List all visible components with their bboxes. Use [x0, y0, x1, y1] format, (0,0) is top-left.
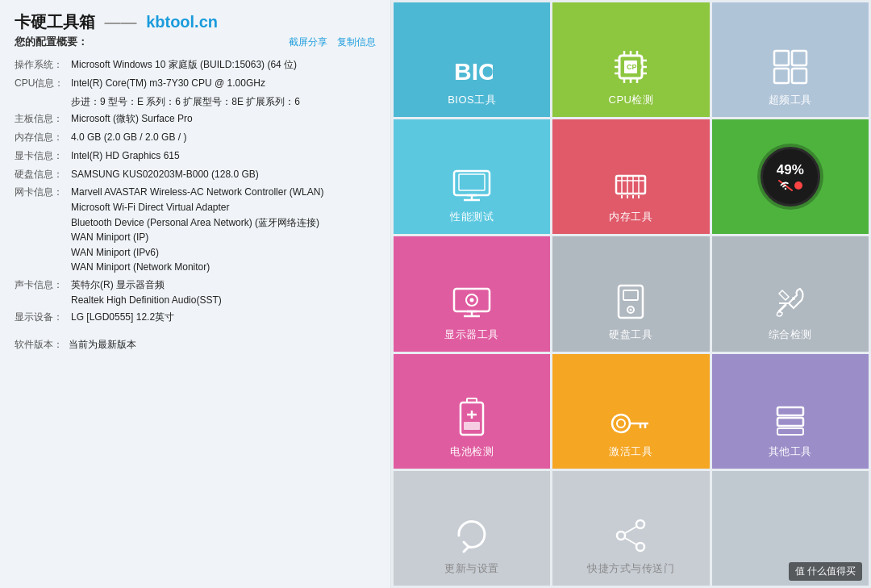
update-label: 更新与设置 [444, 561, 499, 576]
svg-rect-25 [616, 176, 645, 194]
svg-point-53 [617, 419, 625, 427]
refresh-icon [452, 516, 491, 555]
layers-icon [771, 402, 810, 438]
software-version-row: 软件版本： 当前为最新版本 [15, 337, 376, 353]
svg-rect-17 [792, 51, 806, 65]
perf-icon [451, 168, 493, 203]
gpu-label: 显卡信息： [15, 148, 71, 165]
tile-bios[interactable]: BIOS BIOS工具 [394, 2, 550, 117]
copy-info-link[interactable]: 复制信息 [337, 35, 376, 49]
sw-label: 软件版本： [15, 339, 63, 350]
left-panel: 卡硬工具箱 —— kbtool.cn 您的配置概要： 截屏分享 复制信息 操作系… [0, 0, 391, 588]
svg-point-60 [636, 520, 644, 528]
mb-row: 主板信息： Microsoft (微软) Surface Pro [15, 111, 376, 127]
cpu-row: CPU信息： Intel(R) Core(TM) m3-7Y30 CPU @ 1… [15, 76, 376, 92]
svg-rect-57 [777, 407, 803, 415]
battery-label: 电池检测 [450, 444, 494, 459]
gpu-row: 显卡信息： Intel(R) HD Graphics 615 [15, 148, 376, 165]
svg-rect-48 [467, 398, 477, 402]
tile-other[interactable]: 其他工具 [712, 354, 869, 469]
subtitle-row: 您的配置概要： 截屏分享 复制信息 [15, 35, 376, 49]
disk-label: 硬盘信息： [15, 167, 71, 183]
net-row: 网卡信息： Marvell AVASTAR Wireless-AC Networ… [15, 185, 376, 275]
tile-shortcut[interactable]: 快捷方式与传送门 [552, 471, 709, 586]
sound-row: 声卡信息： 英特尔(R) 显示器音频 Realtek High Definiti… [15, 277, 376, 307]
tile-empty: 值 什么值得买 [712, 471, 869, 586]
mb-label: 主板信息： [15, 111, 71, 127]
cpu-usage-badge: 49% [761, 147, 820, 206]
comprehensive-label: 综合检测 [769, 327, 812, 342]
display-value: LG [LGD0555] 12.2英寸 [71, 310, 376, 326]
cpu-usage-text: 49% [777, 163, 804, 178]
tile-overclock[interactable]: 超频工具 [712, 2, 869, 117]
gpu-value: Intel(R) HD Graphics 615 [71, 148, 376, 165]
svg-rect-59 [777, 428, 803, 435]
display-row: 显示设备： LG [LGD0555] 12.2英寸 [15, 310, 376, 326]
net-val-2: Bluetooth Device (Personal Area Network)… [71, 215, 376, 231]
wifi-off-icon [778, 180, 793, 191]
tile-activate[interactable]: 激活工具 [552, 354, 709, 469]
watermark-text: 值 什么值得买 [795, 565, 856, 577]
tile-disk[interactable]: 硬盘工具 [552, 236, 709, 351]
os-label: 操作系统： [15, 57, 71, 73]
perf-label: 性能测试 [450, 210, 494, 224]
disk-icon [614, 282, 648, 321]
key-icon [610, 409, 652, 438]
screenshot-link[interactable]: 截屏分享 [289, 35, 327, 49]
svg-point-52 [612, 415, 630, 432]
cpu-sub: 步进：9 型号：E 系列：6 扩展型号：8E 扩展系列：6 [71, 94, 376, 110]
share-icon [611, 516, 650, 555]
activate-label: 激活工具 [609, 444, 652, 459]
display-label: 显示设备： [15, 310, 71, 326]
watermark-badge: 值 什么值得买 [789, 562, 862, 581]
tile-update[interactable]: 更新与设置 [394, 471, 550, 586]
monitor-icon [451, 286, 493, 321]
sound-val-0: 英特尔(R) 显示器音频 [71, 277, 376, 293]
ram-row: 内存信息： 4.0 GB (2.0 GB / 2.0 GB / ) [15, 130, 376, 146]
tile-perf[interactable]: 性能测试 [394, 119, 550, 234]
tile-monitor[interactable]: 显示器工具 [394, 236, 550, 351]
shortcut-label: 快捷方式与传送门 [587, 561, 674, 576]
svg-rect-58 [777, 418, 803, 426]
cpu-label: CPU检测 [609, 93, 654, 107]
svg-point-40 [470, 298, 474, 302]
svg-point-45 [792, 297, 795, 300]
svg-rect-42 [623, 290, 638, 300]
tile-comprehensive[interactable]: 综合检测 [712, 236, 869, 351]
mb-value: Microsoft (微软) Surface Pro [71, 111, 376, 127]
disk-value: SAMSUNG KUS020203M-B000 (128.0 GB) [71, 167, 376, 183]
tools-icon [771, 282, 810, 321]
overclock-icon [771, 48, 810, 86]
memory-icon [611, 165, 650, 203]
cpu-label: CPU信息： [15, 76, 71, 92]
overclock-label: 超频工具 [769, 93, 812, 107]
sound-val-1: Realtek High Definition Audio(SST) [71, 293, 376, 308]
disk-row: 硬盘信息： SAMSUNG KUS020203M-B000 (128.0 GB) [15, 167, 376, 183]
svg-point-44 [630, 308, 632, 311]
info-table: 操作系统： Microsoft Windows 10 家庭版 (BUILD:15… [15, 57, 376, 577]
tile-cpu[interactable]: CPU CPU检测 [552, 2, 709, 117]
os-value: Microsoft Windows 10 家庭版 (BUILD:15063) (… [71, 57, 376, 73]
sw-value: 当前为最新版本 [69, 339, 136, 350]
action-links: 截屏分享 复制信息 [289, 35, 376, 49]
bios-label: BIOS工具 [448, 93, 496, 107]
battery-icon [456, 396, 488, 438]
tile-gpu-badge[interactable]: 49% [712, 119, 869, 234]
app-title: 卡硬工具箱 —— kbtool.cn [15, 11, 376, 33]
app-name-text: 卡硬工具箱 [15, 13, 95, 31]
ram-label: 内存信息： [15, 130, 71, 146]
svg-text:BIOS: BIOS [454, 58, 493, 85]
monitor-label: 显示器工具 [444, 327, 499, 342]
tile-battery[interactable]: 电池检测 [394, 354, 550, 469]
sound-label: 声卡信息： [15, 277, 71, 307]
tile-memory[interactable]: 内存工具 [552, 119, 709, 234]
svg-rect-18 [774, 69, 789, 83]
svg-rect-21 [459, 174, 485, 190]
cpu-icon: CPU [611, 48, 650, 86]
svg-text:CPU: CPU [627, 63, 642, 71]
ram-value: 4.0 GB (2.0 GB / 2.0 GB / ) [71, 130, 376, 146]
net-val-0: Marvell AVASTAR Wireless-AC Network Cont… [71, 185, 376, 200]
memory-label: 内存工具 [609, 210, 652, 224]
wifi-off-dot [794, 181, 802, 190]
net-val-5: WAN Miniport (Network Monitor) [71, 260, 376, 275]
